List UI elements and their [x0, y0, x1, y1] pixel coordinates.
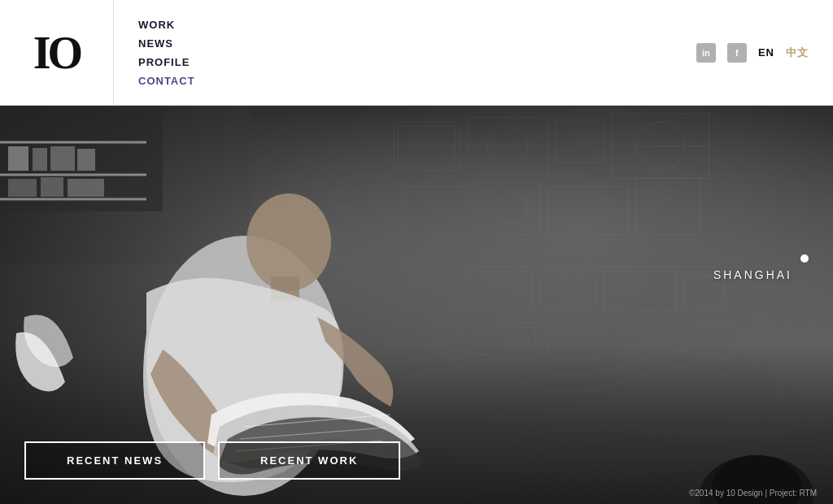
svg-rect-35 — [50, 146, 75, 171]
linkedin-icon[interactable]: in — [696, 43, 716, 63]
nav-work[interactable]: WORK — [138, 17, 195, 33]
recent-work-button[interactable]: RECENT WORK — [218, 441, 400, 480]
lang-area: in f EN 中文 — [672, 0, 833, 105]
hero-section: SHANGHAI RECENT NEWS RECENT WORK ©2014 b… — [0, 106, 833, 504]
footer-buttons: RECENT NEWS RECENT WORK — [24, 441, 400, 480]
location-label: SHANGHAI — [713, 268, 792, 281]
svg-rect-33 — [8, 146, 28, 171]
lang-en-button[interactable]: EN — [758, 46, 774, 59]
header: IO WORK NEWS PROFILE CONTACT in f EN 中文 — [0, 0, 833, 106]
svg-rect-38 — [41, 177, 63, 197]
svg-rect-36 — [77, 149, 95, 171]
nav-profile[interactable]: PROFILE — [138, 54, 195, 70]
nav-contact[interactable]: CONTACT — [138, 73, 195, 89]
slide-indicator — [800, 254, 809, 263]
copyright-text: ©2014 by 10 Design | Project: RTM — [689, 489, 817, 497]
logo-area: IO — [0, 0, 114, 105]
main-nav: WORK NEWS PROFILE CONTACT — [114, 0, 220, 105]
svg-rect-39 — [68, 179, 104, 197]
lang-zh-button[interactable]: 中文 — [786, 46, 809, 60]
svg-rect-34 — [33, 148, 47, 171]
nav-news[interactable]: NEWS — [138, 36, 195, 51]
site-logo[interactable]: IO — [33, 30, 80, 76]
recent-news-button[interactable]: RECENT NEWS — [24, 441, 205, 480]
svg-rect-37 — [8, 179, 37, 197]
facebook-icon[interactable]: f — [727, 43, 747, 63]
